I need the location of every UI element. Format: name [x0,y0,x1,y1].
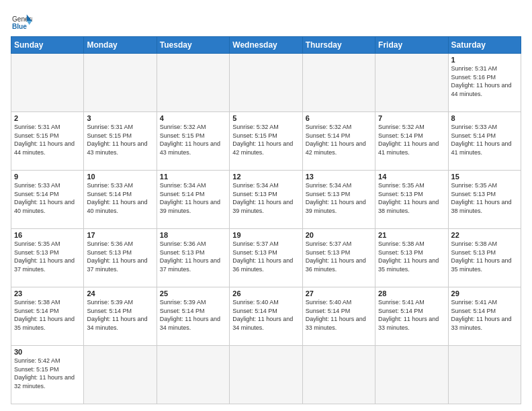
day-info: Sunrise: 5:38 AMSunset: 5:14 PMDaylight:… [14,298,81,332]
calendar-week-4: 16Sunrise: 5:35 AMSunset: 5:13 PMDayligh… [11,229,521,287]
day-number: 12 [232,173,299,181]
calendar-cell [230,54,302,112]
calendar-cell: 2Sunrise: 5:31 AMSunset: 5:15 PMDaylight… [11,112,84,171]
calendar-cell [230,346,302,404]
calendar-week-2: 2Sunrise: 5:31 AMSunset: 5:15 PMDaylight… [11,112,521,171]
weekday-header-thursday: Thursday [302,37,375,54]
calendar-cell: 14Sunrise: 5:35 AMSunset: 5:13 PMDayligh… [375,171,448,229]
day-number: 8 [451,114,518,122]
calendar-cell: 10Sunrise: 5:33 AMSunset: 5:14 PMDayligh… [84,171,157,229]
calendar-cell: 25Sunrise: 5:39 AMSunset: 5:14 PMDayligh… [157,287,229,346]
calendar-cell: 28Sunrise: 5:41 AMSunset: 5:14 PMDayligh… [375,287,448,346]
calendar-cell [157,346,229,404]
day-info: Sunrise: 5:37 AMSunset: 5:13 PMDaylight:… [306,240,372,273]
day-number: 7 [378,114,445,122]
calendar-cell [375,54,448,112]
day-number: 30 [14,348,81,356]
calendar-cell: 9Sunrise: 5:33 AMSunset: 5:14 PMDaylight… [11,171,84,229]
calendar-cell: 18Sunrise: 5:36 AMSunset: 5:13 PMDayligh… [157,229,229,287]
calendar-cell: 16Sunrise: 5:35 AMSunset: 5:13 PMDayligh… [11,229,84,287]
calendar-cell: 17Sunrise: 5:36 AMSunset: 5:13 PMDayligh… [84,229,157,287]
day-info: Sunrise: 5:37 AMSunset: 5:13 PMDaylight:… [232,240,299,273]
day-info: Sunrise: 5:31 AMSunset: 5:15 PMDaylight:… [87,123,153,156]
day-info: Sunrise: 5:35 AMSunset: 5:13 PMDaylight:… [14,240,81,273]
day-info: Sunrise: 5:41 AMSunset: 5:14 PMDaylight:… [378,298,445,332]
calendar-cell: 6Sunrise: 5:32 AMSunset: 5:14 PMDaylight… [302,112,375,171]
day-info: Sunrise: 5:35 AMSunset: 5:13 PMDaylight:… [378,181,445,215]
day-info: Sunrise: 5:34 AMSunset: 5:13 PMDaylight:… [232,181,299,215]
day-info: Sunrise: 5:34 AMSunset: 5:13 PMDaylight:… [306,181,372,215]
day-number: 29 [451,289,518,298]
day-info: Sunrise: 5:33 AMSunset: 5:14 PMDaylight:… [87,181,153,215]
calendar-cell [302,54,375,112]
day-number: 18 [160,231,226,239]
day-info: Sunrise: 5:39 AMSunset: 5:14 PMDaylight:… [160,298,226,332]
calendar-cell [448,346,521,404]
calendar-cell [84,346,157,404]
calendar-body: 1Sunrise: 5:31 AMSunset: 5:16 PMDaylight… [11,54,521,404]
day-number: 6 [306,114,372,122]
day-number: 9 [14,173,81,181]
weekday-header-friday: Friday [375,37,448,54]
day-number: 27 [306,289,372,298]
logo: General Blue [11,13,32,32]
header: General Blue [11,11,521,32]
calendar-cell: 30Sunrise: 5:42 AMSunset: 5:15 PMDayligh… [11,346,84,404]
day-info: Sunrise: 5:39 AMSunset: 5:14 PMDaylight:… [87,298,153,332]
calendar-week-5: 23Sunrise: 5:38 AMSunset: 5:14 PMDayligh… [11,287,521,346]
day-number: 5 [232,114,299,122]
day-number: 11 [160,173,226,181]
day-number: 17 [87,231,153,239]
weekday-header-saturday: Saturday [448,37,521,54]
calendar-cell: 3Sunrise: 5:31 AMSunset: 5:15 PMDaylight… [84,112,157,171]
calendar-week-6: 30Sunrise: 5:42 AMSunset: 5:15 PMDayligh… [11,346,521,404]
day-info: Sunrise: 5:38 AMSunset: 5:13 PMDaylight:… [451,240,518,273]
day-info: Sunrise: 5:35 AMSunset: 5:13 PMDaylight:… [451,181,518,215]
day-number: 16 [14,231,81,239]
day-number: 14 [378,173,445,181]
calendar-cell: 19Sunrise: 5:37 AMSunset: 5:13 PMDayligh… [230,229,302,287]
day-info: Sunrise: 5:32 AMSunset: 5:14 PMDaylight:… [306,123,372,156]
calendar-cell: 21Sunrise: 5:38 AMSunset: 5:13 PMDayligh… [375,229,448,287]
calendar-cell: 5Sunrise: 5:32 AMSunset: 5:15 PMDaylight… [230,112,302,171]
calendar-week-3: 9Sunrise: 5:33 AMSunset: 5:14 PMDaylight… [11,171,521,229]
day-info: Sunrise: 5:40 AMSunset: 5:14 PMDaylight:… [306,298,372,332]
day-info: Sunrise: 5:36 AMSunset: 5:13 PMDaylight:… [160,240,226,273]
logo-icon: General Blue [11,13,32,32]
day-number: 4 [160,114,226,122]
day-info: Sunrise: 5:31 AMSunset: 5:16 PMDaylight:… [451,64,518,98]
weekday-header-wednesday: Wednesday [230,37,302,54]
day-info: Sunrise: 5:32 AMSunset: 5:14 PMDaylight:… [378,123,445,156]
day-info: Sunrise: 5:33 AMSunset: 5:14 PMDaylight:… [451,123,518,156]
calendar-cell: 12Sunrise: 5:34 AMSunset: 5:13 PMDayligh… [230,171,302,229]
day-number: 21 [378,231,445,239]
day-number: 20 [306,231,372,239]
day-number: 3 [87,114,153,122]
day-number: 24 [87,289,153,298]
calendar-header: SundayMondayTuesdayWednesdayThursdayFrid… [11,37,521,54]
day-number: 1 [451,56,518,64]
calendar-cell: 7Sunrise: 5:32 AMSunset: 5:14 PMDaylight… [375,112,448,171]
calendar-cell: 8Sunrise: 5:33 AMSunset: 5:14 PMDaylight… [448,112,521,171]
calendar-cell: 29Sunrise: 5:41 AMSunset: 5:14 PMDayligh… [448,287,521,346]
weekday-header-sunday: Sunday [11,37,84,54]
calendar-cell: 1Sunrise: 5:31 AMSunset: 5:16 PMDaylight… [448,54,521,112]
day-info: Sunrise: 5:36 AMSunset: 5:13 PMDaylight:… [87,240,153,273]
day-number: 15 [451,173,518,181]
day-number: 23 [14,289,81,298]
day-number: 25 [160,289,226,298]
calendar-week-1: 1Sunrise: 5:31 AMSunset: 5:16 PMDaylight… [11,54,521,112]
day-info: Sunrise: 5:32 AMSunset: 5:15 PMDaylight:… [160,123,226,156]
calendar-cell: 26Sunrise: 5:40 AMSunset: 5:14 PMDayligh… [230,287,302,346]
day-number: 22 [451,231,518,239]
calendar-cell: 15Sunrise: 5:35 AMSunset: 5:13 PMDayligh… [448,171,521,229]
calendar-cell: 11Sunrise: 5:34 AMSunset: 5:14 PMDayligh… [157,171,229,229]
day-number: 26 [232,289,299,298]
weekday-header-tuesday: Tuesday [157,37,229,54]
day-number: 19 [232,231,299,239]
calendar-cell [157,54,229,112]
day-info: Sunrise: 5:34 AMSunset: 5:14 PMDaylight:… [160,181,226,215]
day-number: 10 [87,173,153,181]
calendar-cell: 20Sunrise: 5:37 AMSunset: 5:13 PMDayligh… [302,229,375,287]
calendar-cell: 27Sunrise: 5:40 AMSunset: 5:14 PMDayligh… [302,287,375,346]
